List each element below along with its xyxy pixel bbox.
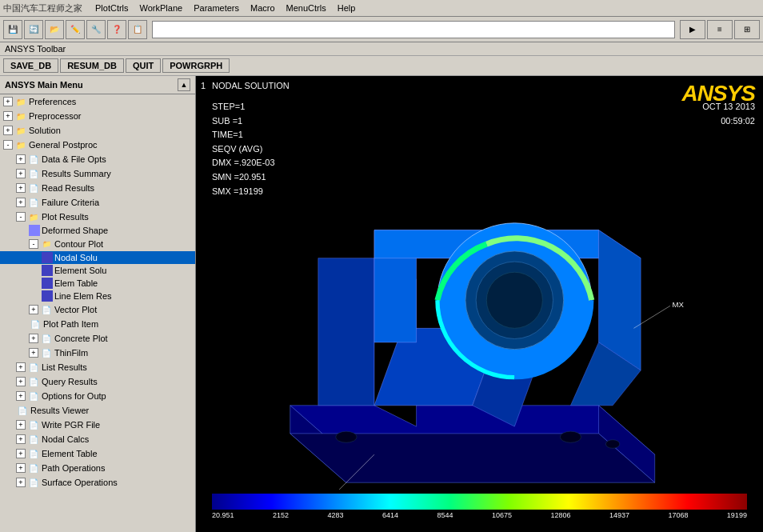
- expander-surface-ops[interactable]: +: [16, 478, 26, 487]
- viewport-datetime: OCT 13 2013 00:59:02: [702, 100, 755, 128]
- label-element-table: Element Table: [42, 449, 98, 458]
- tree-item-surface-operations[interactable]: + 📄 Surface Operations: [0, 475, 195, 490]
- tree-item-general-postproc[interactable]: - 📁 General Postproc: [0, 138, 195, 152]
- tree-item-failure-criteria[interactable]: + 📄 Failure Criteria: [0, 195, 195, 210]
- tree-item-plot-path-item[interactable]: 📄 Plot Path Item: [0, 317, 195, 331]
- viewport-smn: SMN =20.951: [212, 170, 275, 185]
- tree-item-nodal-calcs[interactable]: + 📄 Nodal Calcs: [0, 432, 195, 446]
- mx-text: MX: [673, 300, 685, 309]
- svg-marker-4: [318, 258, 374, 406]
- expander-element-table[interactable]: +: [16, 449, 26, 458]
- tree-item-elem-table[interactable]: Elem Table: [0, 277, 195, 290]
- colorbar-val-2: 4283: [327, 511, 343, 519]
- doc-icon-data-file-opts: 📄: [27, 153, 40, 166]
- tree-item-deformed-shape[interactable]: Deformed Shape: [0, 224, 195, 237]
- tree-item-data-file-opts[interactable]: + 📄 Data & File Opts: [0, 152, 195, 166]
- expander-preprocessor[interactable]: +: [3, 111, 13, 121]
- tree-item-element-solu[interactable]: Element Solu: [0, 264, 195, 277]
- tree-item-element-table[interactable]: + 📄 Element Table: [0, 446, 195, 461]
- tree-item-results-summary[interactable]: + 📄 Results Summary: [0, 166, 195, 181]
- tree-menu[interactable]: + 📁 Preferences + 📁 Preprocessor + 📁 Sol…: [0, 94, 195, 532]
- menu-help[interactable]: Help: [333, 2, 361, 14]
- doc-icon-vector-plot: 📄: [40, 303, 53, 316]
- menu-macro[interactable]: Macro: [246, 2, 280, 14]
- doc-icon-path-ops: 📄: [27, 462, 40, 474]
- toolbar-run-btn[interactable]: ▶: [680, 20, 705, 39]
- expander-preferences[interactable]: +: [3, 97, 13, 106]
- expander-query-results[interactable]: +: [16, 377, 26, 386]
- tree-item-list-results[interactable]: + 📄 List Results: [0, 360, 195, 374]
- toolbar-btn-7[interactable]: 📋: [128, 20, 147, 39]
- viewport-title: NODAL SOLUTION: [212, 81, 290, 90]
- tree-item-solution[interactable]: + 📁 Solution: [0, 123, 195, 138]
- save-db-button[interactable]: SAVE_DB: [3, 58, 58, 73]
- tree-item-write-pgr-file[interactable]: + 📄 Write PGR File: [0, 418, 195, 432]
- tree-item-thinfilm[interactable]: + 📄 ThinFilm: [0, 346, 195, 360]
- label-results-viewer: Results Viewer: [30, 406, 89, 415]
- tree-item-read-results[interactable]: + 📄 Read Results: [0, 181, 195, 195]
- doc-icon-element-table: 📄: [27, 447, 40, 460]
- menu-menuctrls[interactable]: MenuCtrls: [282, 2, 331, 14]
- toolbar-btn-6[interactable]: ❓: [107, 20, 126, 39]
- svg-point-18: [560, 431, 581, 442]
- expander-options-outp[interactable]: +: [16, 391, 26, 401]
- expander-data-file-opts[interactable]: +: [16, 154, 26, 164]
- toolbar-btn-5[interactable]: 🔧: [86, 20, 106, 39]
- expander-solution[interactable]: +: [3, 126, 13, 135]
- tree-item-line-elem-res[interactable]: Line Elem Res: [0, 290, 195, 302]
- doc-icon-results-viewer: 📄: [16, 404, 29, 417]
- expander-vector-plot[interactable]: +: [29, 305, 38, 314]
- expander-thinfilm[interactable]: +: [29, 348, 38, 358]
- expander-results-summary[interactable]: +: [16, 169, 26, 178]
- colorbar-gradient: [212, 494, 747, 510]
- tree-item-results-viewer[interactable]: 📄 Results Viewer: [0, 403, 195, 418]
- tree-item-vector-plot[interactable]: + 📄 Vector Plot: [0, 302, 195, 317]
- toolbar-btn-3[interactable]: 📂: [45, 20, 64, 39]
- tree-item-preprocessor[interactable]: + 📁 Preprocessor: [0, 109, 195, 123]
- expander-path-ops[interactable]: +: [16, 463, 26, 473]
- expander-general-postproc[interactable]: -: [3, 140, 13, 150]
- tree-item-query-results[interactable]: + 📄 Query Results: [0, 374, 195, 389]
- label-thinfilm: ThinFilm: [54, 348, 88, 358]
- expander-read-results[interactable]: +: [16, 183, 26, 193]
- expander-failure-criteria[interactable]: +: [16, 198, 26, 207]
- icon-nodal-solu: [42, 252, 53, 263]
- doc-icon-concrete-plot: 📄: [40, 332, 53, 345]
- toolbar-btn-2[interactable]: 🔄: [24, 20, 43, 39]
- tree-item-concrete-plot[interactable]: + 📄 Concrete Plot: [0, 331, 195, 346]
- tree-item-path-operations[interactable]: + 📄 Path Operations: [0, 461, 195, 475]
- model-area: MX MN: [196, 188, 763, 490]
- expander-plot-results[interactable]: -: [16, 212, 26, 222]
- expander-concrete-plot[interactable]: +: [29, 334, 38, 343]
- toolbar-input[interactable]: [152, 21, 675, 38]
- viewport-number: 1: [201, 81, 206, 90]
- expander-list-results[interactable]: +: [16, 362, 26, 372]
- label-preferences: Preferences: [29, 97, 76, 106]
- tree-item-contour-plot[interactable]: - 📁 Contour Plot: [0, 237, 195, 251]
- toolbar-btn-1[interactable]: 💾: [3, 20, 22, 39]
- tree-item-preferences[interactable]: + 📁 Preferences: [0, 94, 195, 109]
- toolbar-extra-btn[interactable]: ⊞: [734, 20, 760, 39]
- menu-plotctrls[interactable]: PlotCtrls: [90, 2, 134, 14]
- resum-db-button[interactable]: RESUM_DB: [60, 58, 124, 73]
- folder-icon-solution: 📁: [14, 124, 27, 137]
- viewport-panel: 1 NODAL SOLUTION ANSYS OCT 13 2013 00:59…: [196, 76, 763, 532]
- tree-item-options-outp[interactable]: + 📄 Options for Outp: [0, 389, 195, 403]
- menu-workplane[interactable]: WorkPlane: [135, 2, 188, 14]
- powrgrph-button[interactable]: POWRGRPH: [162, 58, 230, 73]
- svg-point-19: [605, 440, 620, 449]
- left-panel: ANSYS Main Menu ▲ + 📁 Preferences + 📁 Pr…: [0, 76, 196, 532]
- tree-item-nodal-solu[interactable]: Nodal Solu: [0, 251, 195, 264]
- svg-point-14: [486, 272, 542, 328]
- panel-collapse-btn[interactable]: ▲: [178, 78, 190, 91]
- expander-nodal-calcs[interactable]: +: [16, 434, 26, 444]
- menu-parameters[interactable]: Parameters: [189, 2, 244, 14]
- tree-item-plot-results[interactable]: - 📁 Plot Results: [0, 210, 195, 224]
- toolbar-list-btn[interactable]: ≡: [707, 20, 733, 39]
- quit-button[interactable]: QUIT: [126, 58, 161, 73]
- label-vector-plot: Vector Plot: [54, 305, 97, 314]
- toolbar-btn-4[interactable]: ✏️: [66, 20, 85, 39]
- expander-write-pgr[interactable]: +: [16, 420, 26, 430]
- expander-contour-plot[interactable]: -: [29, 239, 38, 249]
- label-results-summary: Results Summary: [42, 169, 111, 178]
